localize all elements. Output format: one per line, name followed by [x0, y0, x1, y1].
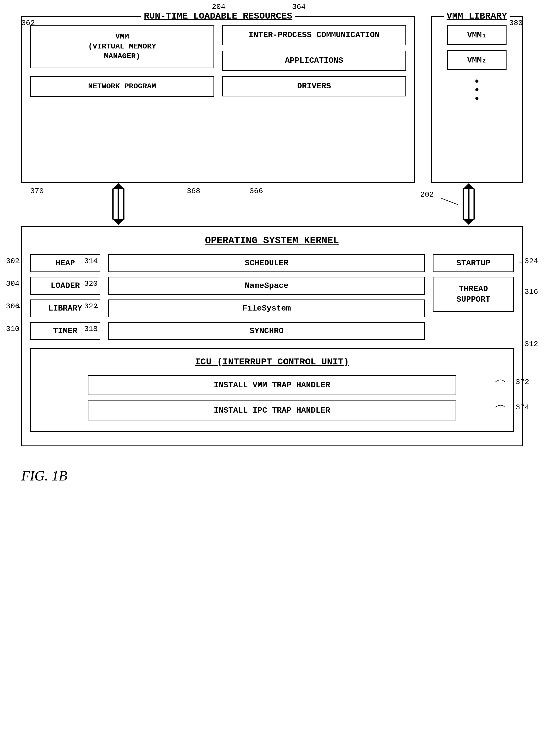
network-program-box: NETWORK PROGRAM [30, 76, 214, 97]
vmm2-item: VMM₂ [447, 50, 507, 70]
install-ipc-box: INSTALL IPC TRAP HANDLER [88, 400, 456, 420]
svg-marker-10 [463, 183, 474, 189]
drivers-box: DRIVERS [222, 76, 406, 96]
ref-204: 204 [212, 3, 225, 11]
osk-label: OPERATING SYSTEM KERNEL [30, 235, 514, 246]
svg-text:202: 202 [420, 190, 434, 199]
rtr-label: RUN-TIME LOADABLE RESOURCES [141, 11, 295, 21]
namespace-box: NameSpace [108, 277, 425, 295]
icu-section: 312 ICU (INTERRUPT CONTROL UNIT) INSTALL… [30, 348, 514, 432]
ref-372: 372 [516, 378, 529, 386]
ref-366: 366 [249, 187, 263, 195]
osk-box: OPERATING SYSTEM KERNEL 302 — HEAP 304 —… [21, 226, 523, 446]
install-vmm-box: INSTALL VMM TRAP HANDLER [88, 375, 456, 395]
ref-302-dash: — [17, 259, 20, 265]
vmm-library-section: VMM LIBRARY VMM₁ VMM₂ ••• [431, 16, 523, 183]
ref-306-dash: — [17, 304, 20, 311]
osk-section: OPERATING SYSTEM KERNEL 302 — HEAP 304 —… [21, 226, 523, 446]
icu-label: ICU (INTERRUPT CONTROL UNIT) [42, 357, 502, 367]
svg-marker-3 [113, 183, 124, 189]
startup-box: STARTUP [433, 254, 514, 272]
ref-364: 364 [292, 3, 306, 11]
svg-marker-11 [463, 220, 474, 225]
synchro-box: SYNCHRO [108, 322, 425, 340]
ref-304-dash: — [17, 282, 20, 288]
vmm-dots: ••• [474, 78, 480, 104]
rtr-box: RUN-TIME LOADABLE RESOURCES VMM (VIRTUAL… [21, 16, 415, 183]
scheduler-box: SCHEDULER [108, 254, 425, 272]
ref-370: 370 [30, 187, 44, 195]
thread-support-box: THREADSUPPORT [433, 277, 514, 312]
inter-process-box: INTER-PROCESS COMMUNICATION [222, 25, 406, 45]
ref-324: 324 [525, 257, 538, 265]
ref-312: 312 [525, 340, 538, 348]
ref-316: 316 [525, 288, 538, 296]
ref-374: 374 [516, 403, 529, 412]
ref-310-dash: — [17, 327, 20, 333]
ref-368: 368 [187, 187, 200, 195]
svg-line-17 [441, 198, 458, 205]
figure-label: FIG. 1B [21, 468, 523, 484]
filesystem-box: FileSystem [108, 299, 425, 317]
vmm-library-box: VMM LIBRARY VMM₁ VMM₂ ••• [431, 16, 523, 183]
applications-box: APPLICATIONS [222, 51, 406, 71]
vmm1-item: VMM₁ [447, 25, 507, 45]
vmm-library-label: VMM LIBRARY [444, 11, 510, 21]
svg-marker-4 [113, 220, 124, 225]
arrows-svg: 202 [21, 183, 523, 226]
vmm-box: VMM (VIRTUAL MEMORY MANAGER) [30, 25, 214, 68]
icu-box: ICU (INTERRUPT CONTROL UNIT) INSTALL VMM… [30, 348, 514, 432]
